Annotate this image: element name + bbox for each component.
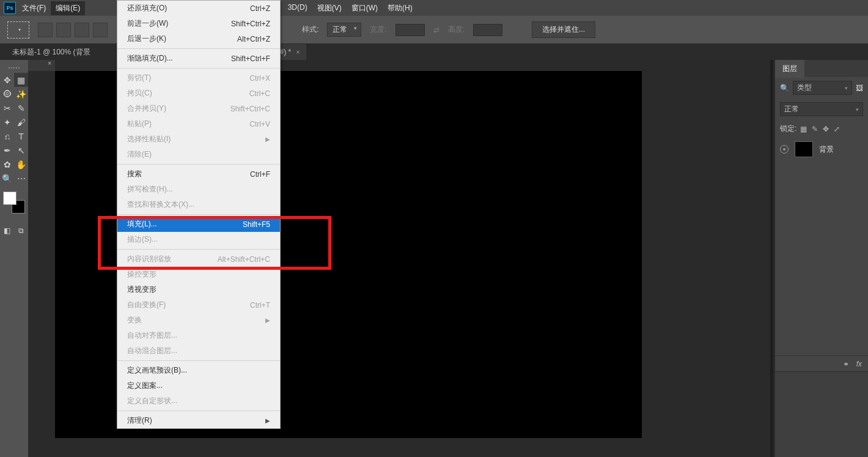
close-icon[interactable]: × [296, 48, 300, 56]
menu-item[interactable]: 前进一步(W)Shift+Ctrl+Z [117, 16, 280, 31]
menu-item: 自动混合图层... [117, 343, 280, 359]
menu-item: 拷贝(C)Ctrl+C [117, 86, 280, 101]
layer-name: 背景 [819, 144, 834, 155]
pen-icon[interactable]: ✒ [0, 143, 14, 157]
menu-item: 查找和替换文本(X)... [117, 197, 280, 212]
collapsed-panel[interactable] [775, 371, 868, 457]
document-tab[interactable]: 未标题-1 @ 100% (背景 [6, 44, 97, 60]
menu-item: 粘贴(P)Ctrl+V [117, 116, 280, 132]
visibility-icon[interactable] [780, 145, 789, 154]
search-icon[interactable]: 🔍 [780, 84, 789, 92]
color-swatch[interactable] [2, 190, 26, 215]
width-input[interactable] [395, 24, 425, 36]
menu-item[interactable]: 视图(V) [312, 1, 347, 15]
layer-row[interactable]: 背景 [775, 138, 868, 161]
eyedropper-icon[interactable]: ✎ [14, 101, 28, 115]
swap-icon[interactable]: ⇄ [433, 26, 440, 34]
panel-divider[interactable] [770, 60, 773, 457]
selection-intersect-button[interactable] [93, 23, 108, 37]
lock-all-icon[interactable]: ⤢ [834, 125, 840, 133]
screenmode-icon[interactable]: ⧉ [14, 223, 28, 237]
type-icon[interactable]: T [14, 129, 28, 143]
move-icon[interactable]: ✥ [0, 73, 14, 87]
doc-strip-close[interactable]: × [28, 60, 55, 71]
menu-item: 变换▶ [117, 313, 280, 328]
edit-menu-dropdown: 还原填充(O)Ctrl+Z前进一步(W)Shift+Ctrl+Z后退一步(K)A… [117, 0, 281, 429]
menu-item: 描边(S)... [117, 232, 280, 247]
menu-item[interactable]: 定义画笔预设(B)... [117, 363, 280, 378]
more-icon[interactable]: ⋯ [14, 171, 28, 185]
layer-thumbnail[interactable] [795, 141, 813, 157]
selection-add-button[interactable] [56, 23, 71, 37]
clone-icon[interactable]: ⎌ [0, 129, 14, 143]
menu-item[interactable]: 后退一步(K)Alt+Ctrl+Z [117, 31, 280, 46]
menu-item: 清除(E) [117, 147, 280, 162]
lock-pixels-icon[interactable]: ▦ [800, 125, 807, 133]
crop-icon[interactable]: ✂ [0, 101, 14, 115]
style-select[interactable]: 正常 [327, 23, 361, 37]
magic-wand-icon[interactable]: ✨ [14, 87, 28, 101]
height-input[interactable] [473, 24, 502, 36]
blend-mode-select[interactable]: 正常 [780, 102, 863, 116]
link-layers-icon[interactable]: ⚭ [843, 360, 849, 368]
lock-artboard-icon[interactable]: ✥ [823, 125, 829, 133]
menu-item: 拼写检查(H)... [117, 182, 280, 197]
menu-item: 自动对齐图层... [117, 328, 280, 343]
panel-tabs: 图层 [775, 60, 868, 77]
menu-item: 自由变换(F)Ctrl+T [117, 297, 280, 313]
menu-item[interactable]: 填充(L)...Shift+F5 [117, 217, 280, 232]
tools-panel: ✥▦⭗✨✂✎✦🖌⎌T✒↖✿✋🔍⋯ ◧⧉ [0, 60, 28, 457]
foreground-color-swatch[interactable] [3, 191, 17, 205]
shape-icon[interactable]: ✿ [0, 157, 14, 171]
quickmask-icon[interactable]: ◧ [0, 223, 14, 237]
spot-heal-icon[interactable]: ✦ [0, 115, 14, 129]
layers-panel: 图层 🔍 类型 🖼 正常 锁定: ▦ ✎ ✥ ⤢ 背景 [775, 60, 868, 457]
lock-label: 锁定: [780, 124, 796, 134]
menu-item[interactable]: 编辑(E) [51, 1, 85, 15]
menu-item[interactable]: 定义图案... [117, 378, 280, 393]
menu-item[interactable]: 还原填充(O)Ctrl+Z [117, 1, 280, 16]
menu-item[interactable]: 渐隐填充(D)...Shift+Ctrl+F [117, 51, 280, 66]
rect-marquee-icon[interactable]: ▦ [14, 73, 28, 87]
lasso-icon[interactable]: ⭗ [0, 87, 14, 101]
tab-layers[interactable]: 图层 [775, 60, 804, 78]
menu-item[interactable]: 清理(R)▶ [117, 413, 280, 428]
hand-icon[interactable]: ✋ [14, 157, 28, 171]
menu-item: 操控变形 [117, 267, 280, 282]
selection-new-button[interactable] [38, 23, 53, 37]
select-and-mask-button[interactable]: 选择并遮住... [532, 21, 595, 38]
menu-item: 合并拷贝(Y)Shift+Ctrl+C [117, 101, 280, 116]
menu-item: 剪切(T)Ctrl+X [117, 70, 280, 86]
height-label: 高度: [448, 24, 465, 35]
menu-item[interactable]: 透视变形 [117, 282, 280, 297]
layer-list: 背景 [775, 138, 868, 355]
ps-logo-icon: Ps [4, 2, 16, 14]
path-select-icon[interactable]: ↖ [14, 143, 28, 157]
layer-actions-bar: ⚭ fx [775, 355, 868, 371]
selection-subtract-button[interactable] [75, 23, 89, 37]
style-label: 样式: [302, 24, 318, 35]
brush-icon[interactable]: 🖌 [14, 115, 28, 129]
tool-preset-icon[interactable] [7, 21, 29, 39]
width-label: 宽度: [370, 24, 386, 35]
layer-filter-select[interactable]: 类型 [793, 81, 852, 95]
menu-item: 定义自定形状... [117, 393, 280, 409]
menu-item[interactable]: 窗口(W) [347, 1, 383, 15]
menu-item[interactable]: 文件(F) [17, 1, 51, 15]
menu-item[interactable]: 帮助(H) [383, 1, 417, 15]
lock-position-icon[interactable]: ✎ [812, 125, 818, 133]
menu-item: 选择性粘贴(I)▶ [117, 132, 280, 147]
selection-mode-group [38, 23, 108, 37]
image-filter-icon[interactable]: 🖼 [856, 84, 863, 92]
menu-item[interactable]: 3D(D) [283, 1, 312, 15]
menu-item[interactable]: 搜索Ctrl+F [117, 166, 280, 182]
menu-item: 内容识别缩放Alt+Shift+Ctrl+C [117, 251, 280, 267]
layer-fx-icon[interactable]: fx [856, 360, 862, 368]
zoom-icon[interactable]: 🔍 [0, 171, 14, 185]
